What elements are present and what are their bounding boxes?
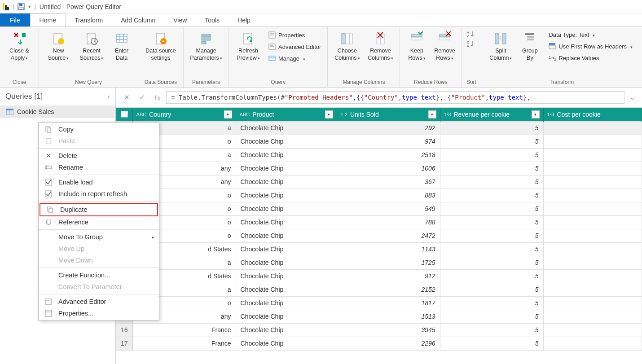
cell-product[interactable]: Chocolate Chip <box>236 269 337 283</box>
cell-revenue[interactable]: 5 <box>440 242 543 256</box>
refresh-preview-button[interactable]: Refresh Preview <box>233 30 264 63</box>
replace-values-button[interactable]: 12Replace Values <box>546 53 635 63</box>
cell-revenue[interactable]: 5 <box>440 296 543 310</box>
advanced-editor-button[interactable]: Advanced Editor <box>266 41 324 52</box>
cell-cost[interactable] <box>543 229 642 242</box>
cell-cost[interactable] <box>543 135 642 148</box>
cell-units[interactable]: 2518 <box>337 148 440 162</box>
cell-units[interactable]: 1006 <box>337 162 440 175</box>
cell-cost[interactable] <box>543 175 642 189</box>
ctx-create-function[interactable]: Create Function... <box>39 269 159 281</box>
cell-units[interactable]: 912 <box>337 269 440 283</box>
cell-product[interactable]: Chocolate Chip <box>236 283 337 296</box>
cell-revenue[interactable]: 5 <box>440 189 543 202</box>
cell-units[interactable]: 2152 <box>337 283 440 296</box>
cell-product[interactable]: Chocolate Chip <box>236 323 337 337</box>
manage-button[interactable]: Manage <box>266 53 324 64</box>
sort-asc-button[interactable]: AZ <box>465 30 477 39</box>
ctx-delete[interactable]: ✕Delete <box>39 150 159 162</box>
tab-file[interactable]: File <box>0 13 30 26</box>
ctx-properties[interactable]: Properties... <box>39 307 159 319</box>
tab-home[interactable]: Home <box>30 13 66 26</box>
new-source-button[interactable]: New Source <box>43 30 74 63</box>
cell-product[interactable]: Chocolate Chip <box>236 175 337 189</box>
table-row[interactable]: oChocolate Chip18175 <box>116 296 642 310</box>
cell-units[interactable]: 1725 <box>337 256 440 269</box>
cell-cost[interactable] <box>543 283 642 296</box>
cell-cost[interactable] <box>543 323 642 337</box>
ctx-include-refresh[interactable]: Include in report refresh <box>39 188 159 200</box>
tab-help[interactable]: Help <box>229 13 259 26</box>
cell-product[interactable]: Chocolate Chip <box>236 148 337 162</box>
formula-input[interactable]: = Table.TransformColumnTypes(#"Promoted … <box>166 91 624 104</box>
cell-revenue[interactable]: 5 <box>440 215 543 229</box>
cell-cost[interactable] <box>543 310 642 323</box>
cell-units[interactable]: 1143 <box>337 242 440 256</box>
cell-product[interactable]: Chocolate Chip <box>236 296 337 310</box>
manage-parameters-button[interactable]: Manage Parameters <box>187 30 225 63</box>
cell-units[interactable]: 883 <box>337 189 440 202</box>
cell-units[interactable]: 2472 <box>337 229 440 242</box>
cell-cost[interactable] <box>543 215 642 229</box>
table-row[interactable]: oChocolate Chip8835 <box>116 189 642 202</box>
cell-units[interactable]: 2296 <box>337 337 440 350</box>
cell-cost[interactable] <box>543 189 642 202</box>
qat-dropdown-icon[interactable]: ▾ <box>28 4 31 9</box>
cell-units[interactable]: 788 <box>337 215 440 229</box>
tab-transform[interactable]: Transform <box>66 13 112 26</box>
table-row[interactable]: d StatesChocolate Chip11435 <box>116 242 642 256</box>
cell-cost[interactable] <box>543 256 642 269</box>
cell-revenue[interactable]: 5 <box>440 135 543 148</box>
tab-tools[interactable]: Tools <box>196 13 229 26</box>
cell-product[interactable]: Chocolate Chip <box>236 121 337 135</box>
cell-units[interactable]: 974 <box>337 135 440 148</box>
cell-cost[interactable] <box>543 296 642 310</box>
table-row[interactable]: aChocolate Chip21525 <box>116 283 642 296</box>
formula-fx-button[interactable]: ƒx <box>151 91 163 104</box>
cell-product[interactable]: Chocolate Chip <box>236 310 337 323</box>
sort-desc-button[interactable]: ZA <box>465 39 477 48</box>
cell-product[interactable]: Chocolate Chip <box>236 135 337 148</box>
remove-columns-button[interactable]: Remove Columns <box>365 30 396 63</box>
column-header-cost[interactable]: 1²3Cost per cookie <box>543 108 642 121</box>
cell-units[interactable]: 1817 <box>337 296 440 310</box>
formula-expand-button[interactable]: ⌄ <box>627 94 638 101</box>
cell-cost[interactable] <box>543 269 642 283</box>
cell-revenue[interactable]: 5 <box>440 256 543 269</box>
data-source-settings-button[interactable]: Data source settings <box>142 30 180 63</box>
formula-cancel-button[interactable]: ✕ <box>120 91 133 104</box>
column-header-revenue[interactable]: 1²3Revenue per cookie▾ <box>440 108 543 121</box>
cell-product[interactable]: Chocolate Chip <box>236 337 337 350</box>
column-header-country[interactable]: ABCCountry▾ <box>132 108 236 121</box>
cell-revenue[interactable]: 5 <box>440 323 543 337</box>
cell-units[interactable]: 367 <box>337 175 440 189</box>
collapse-pane-icon[interactable]: ‹ <box>108 93 110 100</box>
table-row[interactable]: aChocolate Chip17255 <box>116 256 642 269</box>
recent-sources-button[interactable]: Recent Sources <box>76 30 107 63</box>
formula-commit-button[interactable]: ✓ <box>136 91 148 104</box>
column-filter-icon[interactable]: ▾ <box>325 110 333 118</box>
table-corner[interactable] <box>116 108 133 121</box>
column-filter-icon[interactable]: ▾ <box>224 110 232 118</box>
ctx-move-to-group[interactable]: Move To Group <box>39 231 159 243</box>
ctx-duplicate[interactable]: Duplicate <box>40 204 157 215</box>
table-row[interactable]: oChocolate Chip7885 <box>116 215 642 229</box>
choose-columns-button[interactable]: Choose Columns <box>331 30 363 63</box>
cell-revenue[interactable]: 5 <box>440 202 543 215</box>
properties-button[interactable]: Properties <box>266 30 324 40</box>
table-row[interactable]: oChocolate Chip5495 <box>116 202 642 215</box>
tab-add-column[interactable]: Add Column <box>112 13 164 26</box>
cell-product[interactable]: Chocolate Chip <box>236 215 337 229</box>
cell-cost[interactable] <box>543 337 642 350</box>
table-row[interactable]: d StatesChocolate Chip9125 <box>116 269 642 283</box>
cell-units[interactable]: 3945 <box>337 323 440 337</box>
ctx-copy[interactable]: Copy <box>39 123 159 135</box>
cell-revenue[interactable]: 5 <box>440 269 543 283</box>
remove-rows-button[interactable]: Remove Rows <box>431 30 457 63</box>
table-row[interactable]: 16FranceChocolate Chip39455 <box>116 323 642 337</box>
cell-cost[interactable] <box>543 202 642 215</box>
column-header-product[interactable]: ABCProduct▾ <box>236 108 337 121</box>
cell-country[interactable]: France <box>132 323 236 337</box>
cell-revenue[interactable]: 5 <box>440 310 543 323</box>
cell-cost[interactable] <box>543 162 642 175</box>
